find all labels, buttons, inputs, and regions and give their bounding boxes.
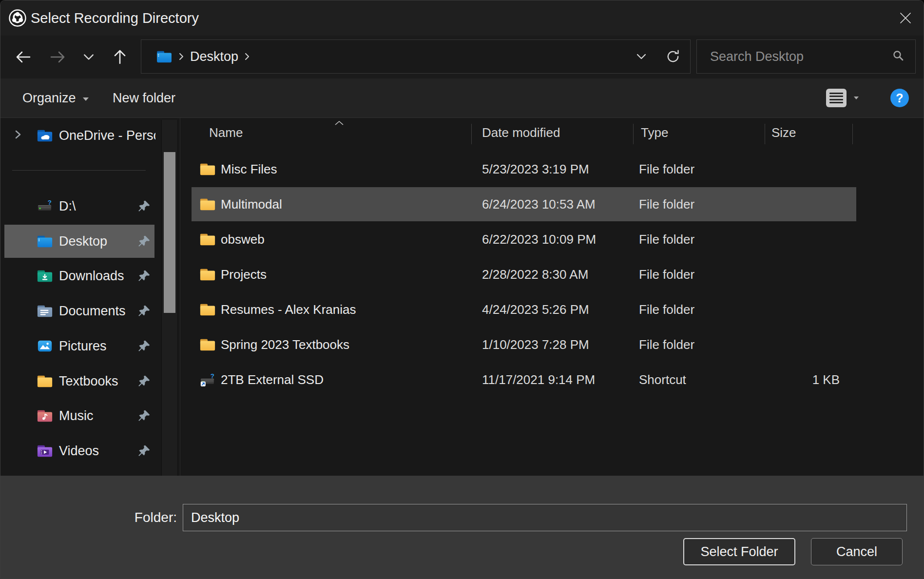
scrollbar-thumb[interactable] [164,152,175,313]
folder-yellow-icon [37,374,53,388]
sidebar-item-label: Downloads [59,269,124,284]
column-separator[interactable] [765,124,765,144]
content-area: OneDrive - Persc ?D:\ Desktop Downloads [0,118,924,476]
file-row-spring-2023-textbooks[interactable]: Spring 2023 Textbooks1/10/2023 7:28 PMFi… [181,327,924,362]
sidebar-divider [12,170,146,171]
breadcrumb-chevron-icon[interactable] [244,52,250,61]
file-row-2tb-external-ssd[interactable]: ? 2TB External SSD11/17/2021 9:14 PMShor… [181,362,924,397]
file-date-modified: 5/23/2023 3:19 PM [482,162,589,177]
new-folder-button[interactable]: New folder [113,78,175,117]
folder-name-value: Desktop [191,510,239,525]
column-header-type[interactable]: Type [641,125,668,140]
pin-icon [138,409,151,422]
sidebar-item-music[interactable]: Music [0,399,155,432]
pin-icon [138,444,151,457]
help-button[interactable]: ? [890,89,909,107]
file-type: File folder [639,162,694,177]
sidebar-item-videos[interactable]: Videos [0,434,155,467]
chevron-down-icon [636,53,647,60]
pictures-icon [37,339,53,353]
file-name: 2TB External SSD [221,372,324,387]
sidebar-item-label: Documents [59,304,126,319]
cancel-button[interactable]: Cancel [811,538,903,565]
pin-icon [138,270,151,282]
sidebar-item-label: Textbooks [59,374,118,389]
file-type: File folder [639,337,694,352]
address-bar[interactable]: Desktop [141,39,691,74]
navigation-bar: Desktop Search Desktop [0,36,924,78]
sidebar-item-onedrive[interactable]: OneDrive - Persc [0,119,155,152]
address-dropdown-chevron[interactable] [627,53,656,60]
breadcrumb-chevron-icon [178,52,184,61]
drive-shortcut-icon: ? [199,372,216,387]
file-row-obsweb[interactable]: obsweb6/22/2023 10:09 PMFile folder [181,222,924,257]
forward-button[interactable] [46,36,69,78]
close-icon [899,11,912,25]
back-arrow-icon [15,48,32,66]
folder-documents-icon [37,304,53,318]
pin-icon [138,200,151,212]
folder-yellow-icon [199,197,216,212]
folder-desktop-icon [37,234,53,249]
file-list-header: Name Date modified Type Size [181,120,924,145]
file-date-modified: 6/24/2023 10:53 AM [482,197,596,212]
sidebar-item-documents[interactable]: Documents [0,294,155,328]
up-arrow-icon [111,48,129,66]
folder-name-input[interactable]: Desktop [183,504,907,531]
footer-panel: Folder: Desktop Select Folder Cancel [0,476,924,579]
up-button[interactable] [109,36,131,78]
breadcrumb-folder[interactable]: Desktop [190,49,238,64]
folder-videos-icon [37,444,53,458]
sidebar-scrollbar[interactable] [161,120,178,476]
expander-chevron-icon[interactable] [14,129,22,142]
column-header-name[interactable]: Name [209,125,243,140]
file-type: File folder [639,302,694,317]
chevron-down-icon[interactable] [854,96,859,99]
file-row-resumes-alex-kranias[interactable]: Resumes - Alex Kranias4/24/2023 5:26 PMF… [181,292,924,327]
search-input-placeholder[interactable]: Search Desktop [710,49,892,64]
sidebar-item-pictures[interactable]: Pictures [0,329,155,363]
folder-yellow-icon [199,232,216,247]
search-box[interactable]: Search Desktop [696,39,916,74]
file-name: Misc Files [221,162,277,177]
column-header-size[interactable]: Size [771,125,796,140]
organize-button[interactable]: Organize [22,78,89,117]
close-button[interactable] [894,7,917,29]
file-type: File folder [639,197,694,212]
forward-arrow-icon [49,48,66,66]
column-separator[interactable] [852,124,853,144]
recent-locations-chevron[interactable] [80,36,97,78]
select-folder-button[interactable]: Select Folder [683,538,795,565]
column-separator[interactable] [471,124,472,144]
search-icon[interactable] [892,49,905,64]
command-toolbar: Organize New folder ? [0,78,924,118]
file-row-projects[interactable]: Projects2/28/2022 8:30 AMFile folder [181,257,924,292]
sidebar-item-textbooks[interactable]: Textbooks [0,365,155,398]
file-type: Shortcut [639,372,686,387]
refresh-button[interactable] [656,49,690,64]
pin-icon [138,235,151,248]
folder-yellow-icon [199,162,216,176]
sidebar-item-d[interactable]: ?D:\ [0,190,155,223]
svg-text:?: ? [211,372,214,380]
file-date-modified: 6/22/2023 10:09 PM [482,232,596,247]
sidebar-item-desktop[interactable]: Desktop [0,225,155,258]
column-header-date-modified[interactable]: Date modified [482,125,560,140]
onedrive-folder-icon [37,128,53,143]
file-row-misc-files[interactable]: Misc Files5/23/2023 3:19 PMFile folder [181,152,924,187]
file-name: Resumes - Alex Kranias [221,302,356,317]
window-title: Select Recording Directory [31,0,199,36]
view-mode-button[interactable] [826,89,859,107]
sidebar-item-downloads[interactable]: Downloads [0,259,155,292]
column-separator[interactable] [633,124,634,144]
chevron-down-icon [83,97,89,101]
details-view-icon [826,89,847,107]
drive-icon: ? [37,199,53,213]
sidebar-item-label: Music [59,408,94,424]
sidebar-item-label: Videos [59,444,99,459]
file-date-modified: 11/17/2021 9:14 PM [482,372,595,387]
back-button[interactable] [12,36,35,78]
file-row-multimodal[interactable]: Multimodal6/24/2023 10:53 AMFile folder [181,187,924,222]
file-type: File folder [639,232,694,247]
sidebar-item-label: Pictures [59,339,107,354]
